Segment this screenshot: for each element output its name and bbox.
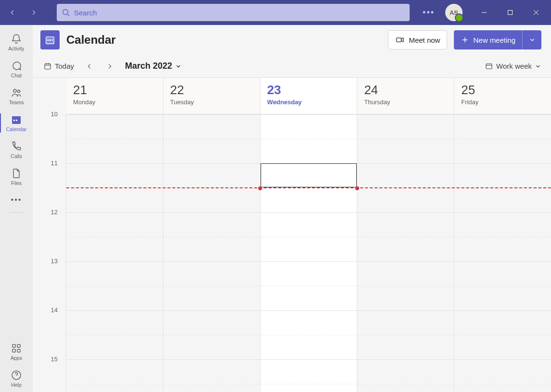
svg-rect-15 bbox=[48, 39, 49, 41]
day-header[interactable]: 24Thursday bbox=[357, 78, 454, 114]
day-name: Monday bbox=[73, 98, 156, 106]
rail-item-help[interactable]: Help bbox=[0, 365, 33, 392]
day-column[interactable] bbox=[261, 114, 358, 392]
more-icon: ••• bbox=[11, 196, 22, 204]
window-close-button[interactable] bbox=[525, 4, 547, 21]
hour-label: 13 bbox=[33, 257, 62, 265]
hour-label: 14 bbox=[33, 306, 62, 314]
hour-label: 15 bbox=[33, 355, 62, 363]
calendar-header: Calendar Meet now New meeting bbox=[33, 25, 551, 55]
today-icon bbox=[43, 62, 52, 71]
day-name: Thursday bbox=[364, 98, 447, 106]
view-switcher[interactable]: Work week bbox=[485, 62, 541, 71]
window-maximize-button[interactable] bbox=[499, 4, 521, 21]
plus-icon bbox=[461, 36, 469, 44]
search-placeholder: Search bbox=[74, 9, 97, 17]
chevron-down-icon bbox=[535, 63, 541, 70]
svg-rect-8 bbox=[13, 344, 15, 347]
svg-rect-20 bbox=[486, 63, 492, 69]
hour-label: 12 bbox=[33, 208, 62, 216]
search-input[interactable]: Search bbox=[57, 4, 410, 21]
svg-rect-5 bbox=[12, 116, 21, 118]
day-name: Friday bbox=[461, 98, 544, 106]
svg-rect-16 bbox=[50, 39, 51, 41]
svg-point-0 bbox=[63, 10, 68, 15]
day-header[interactable]: 25Friday bbox=[454, 78, 551, 114]
selected-time-slot[interactable] bbox=[261, 163, 357, 187]
rail-item-files[interactable]: Files bbox=[0, 163, 33, 190]
svg-rect-11 bbox=[17, 349, 20, 352]
svg-point-3 bbox=[18, 90, 20, 93]
current-time-indicator bbox=[66, 187, 551, 188]
svg-rect-1 bbox=[508, 11, 513, 15]
more-options-button[interactable]: ••• bbox=[419, 8, 438, 18]
svg-rect-17 bbox=[52, 39, 53, 41]
search-icon bbox=[62, 8, 70, 17]
rail-item-apps[interactable]: Apps bbox=[0, 338, 33, 365]
hour-label: 10 bbox=[33, 110, 62, 118]
rail-item-calls[interactable]: Calls bbox=[0, 136, 33, 163]
chevron-down-icon bbox=[175, 63, 182, 70]
next-period-button[interactable] bbox=[102, 59, 117, 74]
svg-point-2 bbox=[13, 89, 16, 92]
svg-rect-7 bbox=[16, 120, 17, 121]
day-number: 24 bbox=[364, 83, 447, 98]
day-number: 23 bbox=[267, 83, 351, 98]
avatar[interactable]: AS bbox=[445, 4, 463, 21]
day-name: Tuesday bbox=[170, 98, 253, 106]
main-pane: Calendar Meet now New meeting Today bbox=[33, 25, 551, 392]
calendar-toolbar: Today March 2022 Work week bbox=[33, 55, 551, 78]
new-meeting-button[interactable]: New meeting bbox=[454, 30, 522, 49]
rail-item-calendar[interactable]: Calendar bbox=[0, 110, 33, 136]
chevron-down-icon bbox=[529, 37, 536, 43]
view-icon bbox=[485, 62, 493, 71]
day-column[interactable] bbox=[357, 114, 454, 392]
new-meeting-dropdown[interactable] bbox=[522, 30, 541, 49]
calendar-grid: 21Monday22Tuesday23Wednesday24Thursday25… bbox=[33, 78, 551, 392]
hour-label: 11 bbox=[33, 159, 62, 167]
day-column[interactable] bbox=[163, 114, 261, 392]
svg-rect-18 bbox=[397, 38, 401, 42]
rail-divider bbox=[10, 212, 23, 213]
video-icon bbox=[395, 35, 405, 45]
day-number: 22 bbox=[170, 83, 253, 98]
window-minimize-button[interactable] bbox=[473, 4, 495, 21]
meet-now-button[interactable]: Meet now bbox=[388, 30, 447, 49]
day-header[interactable]: 22Tuesday bbox=[163, 78, 261, 114]
rail-item-teams[interactable]: Teams bbox=[0, 83, 33, 110]
svg-rect-19 bbox=[45, 63, 50, 69]
rail-item-activity[interactable]: Activity bbox=[0, 29, 33, 56]
rail-item-chat[interactable]: Chat bbox=[0, 56, 33, 83]
title-bar: Search ••• AS bbox=[0, 0, 551, 25]
day-number: 25 bbox=[461, 83, 544, 98]
today-button[interactable]: Today bbox=[40, 60, 77, 73]
nav-back-button[interactable] bbox=[4, 4, 21, 21]
prev-period-button[interactable] bbox=[82, 59, 97, 74]
svg-rect-9 bbox=[17, 344, 20, 347]
rail-item-more[interactable]: ••• bbox=[0, 190, 33, 209]
day-column[interactable] bbox=[66, 114, 163, 392]
day-header[interactable]: 23Wednesday bbox=[261, 78, 358, 114]
app-rail: Activity Chat Teams Calendar Calls Files… bbox=[0, 25, 33, 392]
calendar-chip-icon bbox=[40, 30, 60, 49]
page-title: Calendar bbox=[66, 33, 116, 47]
nav-forward-button[interactable] bbox=[25, 4, 42, 21]
svg-rect-10 bbox=[13, 349, 15, 352]
svg-rect-6 bbox=[13, 120, 15, 121]
day-name: Wednesday bbox=[267, 98, 351, 106]
month-picker[interactable]: March 2022 bbox=[125, 61, 182, 71]
day-number: 21 bbox=[73, 83, 156, 98]
day-header[interactable]: 21Monday bbox=[66, 78, 163, 114]
day-column[interactable] bbox=[454, 114, 551, 392]
